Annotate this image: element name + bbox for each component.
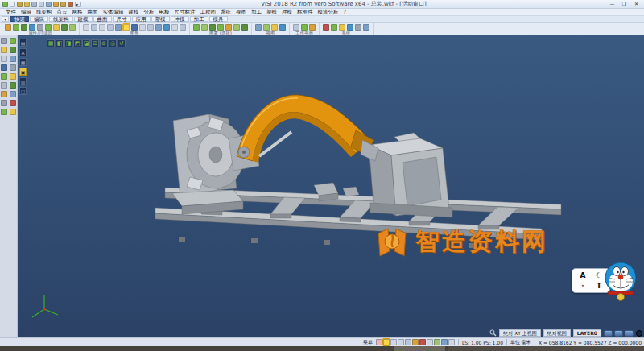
redo-icon[interactable] bbox=[60, 2, 66, 7]
filter-custom-icon[interactable] bbox=[69, 24, 76, 31]
background-icon[interactable] bbox=[180, 24, 186, 31]
select-layer-icon[interactable] bbox=[233, 24, 240, 31]
doraemon-mascot[interactable] bbox=[602, 262, 639, 304]
menu-item-标准件[interactable]: 标准件 bbox=[295, 9, 316, 16]
snap-mid-icon[interactable] bbox=[390, 339, 397, 345]
view-grid-icon[interactable]: ⊞ bbox=[91, 39, 99, 47]
attr-layer-icon[interactable] bbox=[21, 24, 27, 31]
tab-mold[interactable]: 模具 bbox=[209, 16, 228, 22]
select-chain-icon[interactable] bbox=[217, 24, 224, 31]
view-target-icon[interactable]: ◎ bbox=[109, 39, 117, 47]
select-box-icon[interactable] bbox=[201, 24, 208, 31]
zoom-out-icon[interactable] bbox=[147, 24, 154, 31]
rotate-view-icon[interactable] bbox=[107, 24, 114, 31]
status-menu-label[interactable]: 菜单 bbox=[363, 339, 373, 346]
maximize-button[interactable]: ❐ bbox=[619, 1, 630, 7]
vp-section-icon[interactable]: ▥ bbox=[19, 77, 27, 85]
menu-item-加工[interactable]: 加工 bbox=[249, 9, 264, 16]
attr-linetype-icon[interactable] bbox=[13, 24, 19, 31]
snap-end-icon[interactable] bbox=[398, 339, 404, 345]
snap-grid-icon[interactable] bbox=[427, 339, 433, 345]
snap-active-icon[interactable] bbox=[383, 339, 390, 345]
menu-item-分析[interactable]: 分析 bbox=[142, 9, 157, 16]
wplane-dynamic-icon[interactable] bbox=[301, 24, 308, 31]
menu-item-曲面[interactable]: 曲面 bbox=[85, 9, 101, 16]
toolbar-more-icon[interactable]: ▾ bbox=[75, 2, 80, 7]
layer-indicator[interactable]: LAYER0 bbox=[573, 329, 601, 337]
view-left-icon[interactable]: ◧ bbox=[56, 39, 64, 47]
tab-surface[interactable]: 曲面 bbox=[93, 16, 112, 22]
stamp-icon[interactable] bbox=[68, 2, 73, 7]
toolbar-options-button[interactable]: ▾ bbox=[2, 16, 9, 22]
lt-render-icon[interactable] bbox=[10, 109, 16, 115]
redraw-icon[interactable] bbox=[163, 24, 170, 31]
lt-solid-icon[interactable] bbox=[1, 64, 7, 71]
lt-fillet-icon[interactable] bbox=[10, 73, 16, 80]
vp-shade-icon[interactable]: ▣ bbox=[19, 68, 27, 76]
menu-item-尺寸标注[interactable]: 尺寸标注 bbox=[172, 9, 198, 16]
menu-item-系统[interactable]: 系统 bbox=[218, 9, 233, 16]
menu-item-冲模[interactable]: 冲模 bbox=[279, 9, 295, 16]
zoom-in-icon[interactable] bbox=[139, 24, 146, 31]
filter-all-icon[interactable] bbox=[61, 24, 68, 31]
tab-dimension[interactable]: 尺寸 bbox=[113, 16, 131, 22]
wplane-xy-icon[interactable] bbox=[293, 24, 299, 31]
lt-curve-icon[interactable] bbox=[1, 56, 7, 62]
snap-center-icon[interactable] bbox=[405, 339, 411, 345]
view-front-icon[interactable] bbox=[263, 24, 270, 31]
color-swatch-2[interactable] bbox=[614, 330, 623, 337]
ime-night-mode-icon[interactable]: ☾ bbox=[596, 271, 602, 279]
wplane-entity-icon[interactable] bbox=[309, 24, 316, 31]
ortho-icon[interactable] bbox=[434, 339, 440, 345]
snap-intersection-icon[interactable] bbox=[412, 339, 419, 345]
snap-quadrant-icon[interactable] bbox=[419, 339, 426, 345]
view-home-icon[interactable]: ▦ bbox=[47, 39, 55, 47]
view-iso-icon[interactable] bbox=[271, 24, 278, 31]
lt-rotate-icon[interactable] bbox=[1, 91, 7, 97]
view-top-corner-icon[interactable]: ◩ bbox=[73, 39, 81, 47]
tab-quick[interactable]: 快速 bbox=[10, 16, 29, 22]
lt-arc-icon[interactable] bbox=[10, 47, 16, 53]
lt-measure-icon[interactable] bbox=[1, 100, 7, 106]
filter-line-icon[interactable] bbox=[37, 24, 43, 31]
menu-item-建模[interactable]: 建模 bbox=[126, 9, 142, 16]
info-icon[interactable] bbox=[363, 24, 369, 31]
filter-solid-icon[interactable] bbox=[53, 24, 60, 31]
view-undo-icon[interactable]: ↺ bbox=[118, 39, 126, 47]
multi-view-icon[interactable] bbox=[171, 24, 178, 31]
minimize-button[interactable]: — bbox=[607, 1, 617, 7]
view-plane-indicator[interactable]: 绝对 XY 上视图 bbox=[499, 329, 541, 337]
attr-color-icon[interactable] bbox=[5, 24, 11, 31]
menu-item-网格[interactable]: 网格 bbox=[70, 9, 85, 16]
print-icon[interactable] bbox=[31, 2, 37, 7]
menu-item-编辑[interactable]: 编辑 bbox=[19, 9, 34, 16]
lt-scale-icon[interactable] bbox=[10, 91, 16, 97]
zoom-window-icon[interactable] bbox=[131, 24, 138, 31]
menu-item-线架构[interactable]: 线架构 bbox=[34, 9, 55, 16]
lt-delete-icon[interactable] bbox=[10, 100, 16, 106]
tab-modeling[interactable]: 建模 bbox=[74, 16, 93, 22]
construction-icon[interactable] bbox=[441, 339, 448, 345]
ime-tool-button[interactable]: T bbox=[597, 282, 601, 290]
lt-surface-icon[interactable] bbox=[10, 56, 16, 62]
view-top-icon[interactable] bbox=[255, 24, 262, 31]
undo-icon[interactable] bbox=[53, 2, 59, 7]
preview-icon[interactable] bbox=[39, 2, 44, 7]
hidden-line-icon[interactable] bbox=[99, 24, 105, 31]
lt-point-icon[interactable] bbox=[1, 38, 7, 44]
grid-icon[interactable] bbox=[347, 24, 353, 31]
vp-grid-icon[interactable]: ▦ bbox=[19, 58, 27, 66]
select-all-icon[interactable] bbox=[193, 24, 200, 31]
save-all-icon[interactable] bbox=[24, 2, 30, 7]
tab-wireframe[interactable]: 线架构 bbox=[49, 16, 73, 22]
menu-item-?[interactable]: ? bbox=[341, 9, 349, 16]
vp-annotation-icon[interactable]: A bbox=[19, 48, 27, 56]
previous-view-icon[interactable] bbox=[155, 24, 162, 31]
calculator-icon[interactable] bbox=[339, 24, 345, 31]
ime-language-button[interactable]: A bbox=[580, 271, 586, 279]
save-icon[interactable] bbox=[17, 2, 23, 7]
menu-item-塑模[interactable]: 塑模 bbox=[264, 9, 279, 16]
lt-move-icon[interactable] bbox=[10, 82, 16, 89]
select-poly-icon[interactable] bbox=[209, 24, 216, 31]
new-file-icon[interactable] bbox=[2, 2, 8, 7]
